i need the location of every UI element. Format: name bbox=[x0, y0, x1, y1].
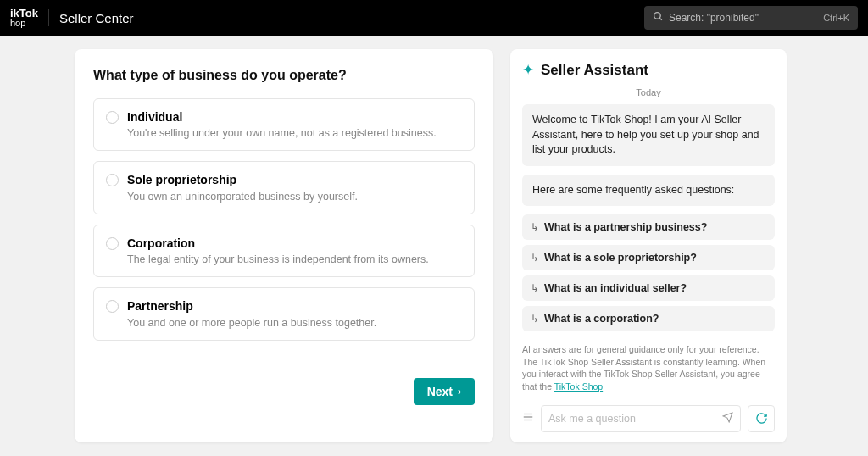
faq-intro: Here are some frequently asked questions… bbox=[522, 175, 775, 207]
tiktok-shop-logo: ikTok hop bbox=[10, 8, 38, 28]
disclaimer-text: AI answers are for general guidance only… bbox=[522, 343, 775, 393]
option-desc: You own an unincorporated business by yo… bbox=[127, 190, 358, 203]
faq-item[interactable]: ↳ What is a corporation? bbox=[522, 306, 775, 331]
question-title: What type of business do you operate? bbox=[93, 68, 475, 83]
date-label: Today bbox=[522, 87, 775, 97]
search-shortcut: Ctrl+K bbox=[823, 13, 849, 23]
sparkle-icon: ✦ bbox=[522, 61, 534, 79]
option-corporation[interactable]: Corporation The legal entity of your bus… bbox=[93, 225, 475, 277]
reply-arrow-icon: ↳ bbox=[531, 313, 539, 325]
radio-icon bbox=[106, 111, 119, 124]
radio-icon bbox=[106, 174, 119, 186]
top-header: ikTok hop Seller Center Search: "prohibi… bbox=[0, 0, 868, 36]
svg-point-0 bbox=[654, 13, 661, 19]
menu-icon[interactable] bbox=[522, 411, 534, 425]
chat-input-wrapper bbox=[541, 405, 741, 432]
option-desc: You and one or more people run a busines… bbox=[127, 316, 376, 330]
reply-arrow-icon: ↳ bbox=[531, 252, 539, 264]
chevron-right-icon: › bbox=[458, 386, 461, 398]
search-placeholder: Search: "prohibited" bbox=[669, 12, 759, 24]
faq-item[interactable]: ↳ What is an individual seller? bbox=[522, 275, 775, 301]
send-icon[interactable] bbox=[722, 412, 733, 425]
faq-text: What is an individual seller? bbox=[544, 282, 687, 294]
search-bar[interactable]: Search: "prohibited" Ctrl+K bbox=[644, 6, 858, 30]
option-partnership[interactable]: Partnership You and one or more people r… bbox=[93, 287, 475, 340]
option-title: Corporation bbox=[127, 236, 429, 251]
option-title: Sole proprietorship bbox=[127, 172, 358, 187]
chat-input[interactable] bbox=[548, 413, 722, 425]
svg-line-1 bbox=[659, 18, 662, 20]
disclaimer-link[interactable]: TikTok Shop bbox=[554, 381, 603, 392]
faq-text: What is a partnership business? bbox=[544, 221, 707, 233]
reply-arrow-icon: ↳ bbox=[531, 282, 539, 294]
option-title: Individual bbox=[127, 109, 437, 125]
option-desc: You're selling under your own name, not … bbox=[127, 126, 437, 140]
logo-line2: hop bbox=[10, 19, 38, 28]
radio-icon bbox=[106, 300, 119, 313]
reply-arrow-icon: ↳ bbox=[531, 221, 539, 233]
radio-icon bbox=[106, 237, 119, 250]
option-sole-proprietorship[interactable]: Sole proprietorship You own an unincorpo… bbox=[93, 161, 475, 214]
refresh-button[interactable] bbox=[748, 405, 775, 432]
next-button[interactable]: Next › bbox=[414, 378, 475, 405]
divider bbox=[48, 9, 49, 26]
search-icon bbox=[653, 11, 664, 25]
assistant-title: Seller Assistant bbox=[541, 62, 648, 79]
faq-item[interactable]: ↳ What is a sole proprietorship? bbox=[522, 245, 775, 270]
welcome-message: Welcome to TikTok Shop! I am your AI Sel… bbox=[522, 104, 775, 166]
faq-text: What is a sole proprietorship? bbox=[544, 252, 697, 264]
business-type-card: What type of business do you operate? In… bbox=[75, 49, 493, 442]
faq-item[interactable]: ↳ What is a partnership business? bbox=[522, 214, 775, 240]
option-title: Partnership bbox=[127, 298, 376, 314]
option-individual[interactable]: Individual You're selling under your own… bbox=[93, 98, 475, 151]
next-label: Next bbox=[427, 385, 453, 398]
seller-assistant-panel: ✦ Seller Assistant Today Welcome to TikT… bbox=[510, 49, 787, 442]
option-desc: The legal entity of your business is ind… bbox=[127, 253, 429, 266]
faq-text: What is a corporation? bbox=[544, 313, 659, 325]
header-title: Seller Center bbox=[59, 11, 134, 25]
